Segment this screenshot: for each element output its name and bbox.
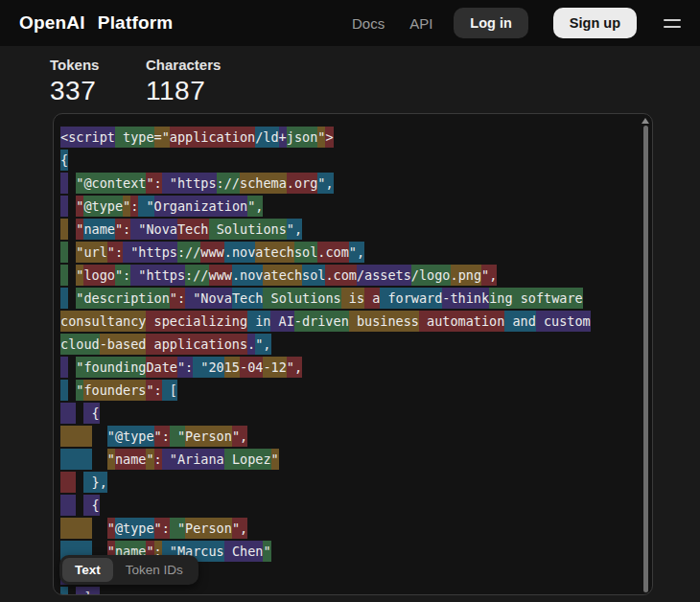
- token: atech: [263, 265, 302, 286]
- token: [60, 173, 68, 194]
- code-line: "@type": "Organization",: [60, 195, 639, 218]
- scrollbar-up-arrow-icon[interactable]: [642, 118, 649, 124]
- hamburger-menu-icon[interactable]: [664, 19, 681, 28]
- token: "founding: [76, 357, 146, 378]
- token: ",: [287, 219, 302, 240]
- code-line: "description": "NovaTech Solutions is a …: [60, 287, 639, 310]
- tokens-value: 337: [50, 76, 146, 106]
- code-line: "url": "https://www.novatechsol.com",: [60, 241, 639, 264]
- token: /ld: [255, 127, 278, 148]
- token: -04: [240, 357, 263, 378]
- token: ": [123, 196, 130, 217]
- token: "https: [123, 242, 177, 263]
- token: ":: [170, 288, 185, 309]
- token: .png: [451, 265, 482, 286]
- token: [60, 587, 68, 595]
- token: founders: [83, 380, 146, 401]
- scrollbar[interactable]: [643, 126, 648, 592]
- token: AI: [270, 311, 293, 332]
- token: cloud: [60, 334, 100, 355]
- token: ": [170, 426, 185, 447]
- token: ": [170, 518, 185, 539]
- token: ",: [232, 426, 247, 447]
- token: [60, 242, 68, 263]
- header-nav: Docs API Log in Sign up: [352, 8, 681, 38]
- characters-value: 1187: [146, 76, 242, 106]
- token: /logo: [411, 265, 451, 286]
- token: ": [107, 518, 115, 539]
- token: @type: [83, 196, 123, 217]
- token: Person: [185, 426, 232, 447]
- token: www: [200, 242, 223, 263]
- token: ":: [115, 265, 130, 286]
- nav-api[interactable]: API: [409, 15, 432, 32]
- token: ",: [255, 334, 270, 355]
- token: "20: [193, 357, 224, 378]
- token: Tech: [177, 219, 209, 240]
- token: software: [513, 288, 583, 309]
- token: www: [209, 265, 232, 286]
- nav-docs[interactable]: Docs: [352, 15, 385, 32]
- token: Lopez: [224, 449, 271, 470]
- characters-label: Characters: [146, 57, 242, 73]
- token: ":: [154, 518, 170, 539]
- brand-logo[interactable]: OpenAI Platform: [19, 12, 173, 34]
- stats-bar: Tokens 337 Characters 1187: [0, 46, 700, 113]
- login-button[interactable]: Log in: [454, 8, 528, 38]
- token-display[interactable]: <script type="application/ld+json">{ "@c…: [54, 114, 652, 595]
- code-line: {: [60, 494, 639, 517]
- token: /assets: [357, 265, 411, 286]
- token: -based: [100, 334, 147, 355]
- token: sol: [302, 265, 325, 286]
- token: name: [115, 449, 147, 470]
- code-line: "name": "Ariana Lopez": [60, 448, 639, 471]
- token: },: [83, 472, 106, 493]
- tokens-label: Tokens: [50, 57, 146, 73]
- token: ":: [107, 242, 123, 263]
- token: .nov: [232, 265, 264, 286]
- token: +: [279, 127, 287, 148]
- token: name: [83, 219, 115, 240]
- code-line: <script type="application/ld+json">: [60, 126, 639, 149]
- code-line: consultancy specializing in AI-driven bu…: [60, 310, 639, 333]
- code-line: "name": "NovaTech Solutions",: [60, 218, 639, 241]
- code-line: "founders": [: [60, 379, 639, 402]
- token: ": [271, 449, 279, 470]
- token: "@type: [107, 426, 154, 447]
- code-line: ],: [60, 586, 639, 595]
- token: json: [287, 127, 318, 148]
- token: ":: [115, 219, 130, 240]
- signup-button[interactable]: Sign up: [553, 8, 637, 38]
- token: [60, 196, 68, 217]
- toggle-token-ids-button[interactable]: Token IDs: [113, 558, 196, 582]
- token: [92, 518, 107, 539]
- code-line: {: [60, 402, 639, 425]
- token: logo: [83, 265, 115, 286]
- token: .: [247, 334, 255, 355]
- tokens-stat: Tokens 337: [50, 57, 146, 113]
- code-line: "@context": "https://schema.org",: [60, 172, 639, 195]
- token: [60, 403, 76, 424]
- token: "Nova: [185, 288, 232, 309]
- tokenizer-panel: <script type="application/ld+json">{ "@c…: [53, 113, 653, 595]
- token: Solutions: [263, 288, 340, 309]
- token: .nov: [224, 242, 256, 263]
- token: -12: [263, 357, 286, 378]
- code-line: "@type": "Person",: [60, 517, 639, 540]
- token: ",: [349, 242, 364, 263]
- token: "url: [76, 242, 107, 263]
- token: Solutions: [209, 219, 287, 240]
- token: ing: [489, 288, 512, 309]
- token: [92, 449, 107, 470]
- token: :: [154, 449, 162, 470]
- token: ",: [317, 173, 333, 194]
- toggle-text-button[interactable]: Text: [62, 558, 113, 582]
- token: [: [162, 380, 177, 401]
- token: ://: [185, 265, 208, 286]
- token: ",: [247, 196, 263, 217]
- token: ": [107, 449, 115, 470]
- token: >: [325, 127, 333, 148]
- token: applications: [146, 334, 247, 355]
- token: [60, 426, 92, 447]
- token: consultancy: [60, 311, 146, 332]
